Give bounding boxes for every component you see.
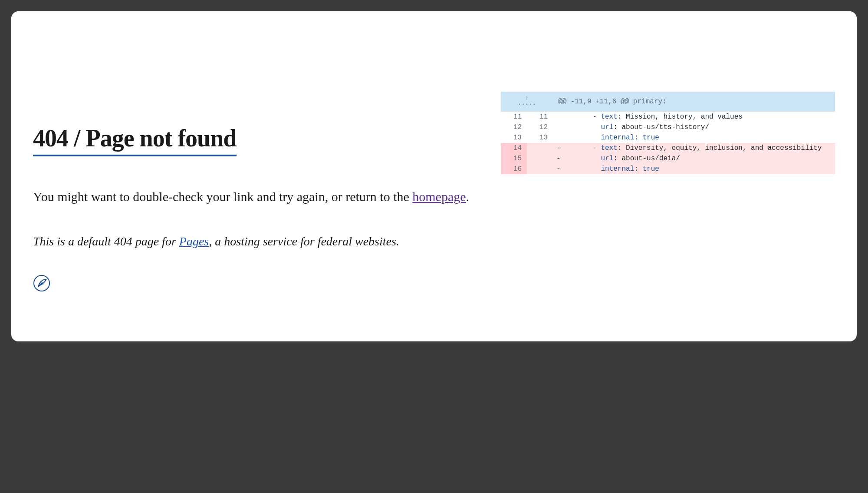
diff-content: - text: Mission, history, and values bbox=[564, 112, 835, 122]
diff-marker bbox=[553, 122, 564, 132]
line-number-left: 11 bbox=[501, 112, 527, 122]
diff-content: url: about-us/deia/ bbox=[564, 153, 835, 164]
line-number-right bbox=[527, 164, 553, 174]
page-title: 404 / Page not found bbox=[33, 124, 237, 156]
subtitle-before: You might want to double-check your link… bbox=[33, 189, 412, 204]
diff-marker: - bbox=[553, 164, 564, 174]
diff-row: 14- - text: Diversity, equity, inclusion… bbox=[501, 143, 835, 153]
subtitle-text: You might want to double-check your link… bbox=[33, 187, 835, 206]
line-number-right: 11 bbox=[527, 112, 553, 122]
diff-hunk-text: @@ -11,9 +11,6 @@ primary: bbox=[553, 92, 835, 112]
diff-table: ↑····· @@ -11,9 +11,6 @@ primary: 1111 -… bbox=[501, 92, 835, 174]
line-number-left: 16 bbox=[501, 164, 527, 174]
line-number-right bbox=[527, 153, 553, 164]
diff-marker: - bbox=[553, 153, 564, 164]
line-number-right bbox=[527, 143, 553, 153]
diff-expand-button[interactable]: ↑····· bbox=[501, 92, 553, 112]
subtitle-after: . bbox=[466, 189, 470, 204]
page-container: ↑····· @@ -11,9 +11,6 @@ primary: 1111 -… bbox=[11, 11, 857, 341]
expand-up-icon: ↑····· bbox=[518, 95, 536, 107]
line-number-right: 13 bbox=[527, 132, 553, 143]
homepage-link[interactable]: homepage bbox=[412, 189, 466, 204]
diff-row: 15- url: about-us/deia/ bbox=[501, 153, 835, 164]
note-after: , a hosting service for federal websites… bbox=[209, 235, 399, 248]
line-number-left: 13 bbox=[501, 132, 527, 143]
diff-row: 1212 url: about-us/tts-history/ bbox=[501, 122, 835, 132]
diff-content: internal: true bbox=[564, 164, 835, 174]
diff-hunk-header: ↑····· @@ -11,9 +11,6 @@ primary: bbox=[501, 92, 835, 112]
line-number-left: 12 bbox=[501, 122, 527, 132]
diff-row: 1111 - text: Mission, history, and value… bbox=[501, 112, 835, 122]
feather-icon bbox=[33, 275, 50, 292]
diff-marker: - bbox=[553, 143, 564, 153]
line-number-left: 15 bbox=[501, 153, 527, 164]
note-text: This is a default 404 page for Pages, a … bbox=[33, 232, 835, 251]
diff-row: 1313 internal: true bbox=[501, 132, 835, 143]
diff-content: internal: true bbox=[564, 132, 835, 143]
diff-row: 16- internal: true bbox=[501, 164, 835, 174]
note-before: This is a default 404 page for bbox=[33, 235, 179, 248]
diff-marker bbox=[553, 132, 564, 143]
diff-content: - text: Diversity, equity, inclusion, an… bbox=[564, 143, 835, 153]
line-number-left: 14 bbox=[501, 143, 527, 153]
diff-marker bbox=[553, 112, 564, 122]
line-number-right: 12 bbox=[527, 122, 553, 132]
content-wrapper: ↑····· @@ -11,9 +11,6 @@ primary: 1111 -… bbox=[33, 33, 835, 294]
diff-content: url: about-us/tts-history/ bbox=[564, 122, 835, 132]
pages-link[interactable]: Pages bbox=[179, 235, 209, 248]
